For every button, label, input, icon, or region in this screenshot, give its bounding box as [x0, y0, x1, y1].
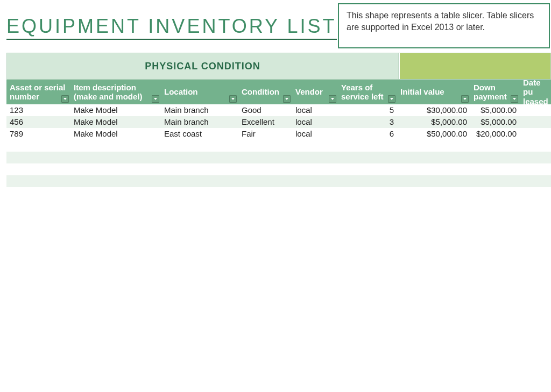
col-header-date-label: Date pu leased — [523, 80, 548, 104]
filter-button-initial-value[interactable] — [461, 95, 469, 103]
cell-down-payment: $5,000.00 — [470, 116, 520, 128]
col-header-date: Date pu leased — [520, 80, 551, 104]
filter-button-condition[interactable] — [283, 95, 291, 103]
cell-condition: Fair — [238, 128, 292, 140]
cell-description: Make Model — [70, 128, 161, 140]
cell-location: Main branch — [161, 116, 238, 128]
section-bar: PHYSICAL CONDITION — [6, 53, 551, 80]
cell-description: Make Model — [70, 116, 161, 128]
cell-location: East coast — [161, 128, 238, 140]
col-header-description: Item description (make and model) — [70, 80, 161, 104]
cell-vendor: local — [292, 128, 338, 140]
cell-years: 5 — [338, 104, 397, 116]
cell-asset: 123 — [6, 104, 70, 116]
title-underline — [6, 39, 337, 40]
table-header-row: Asset or serial number Item description … — [6, 80, 551, 104]
cell-initial-value: $50,000.00 — [397, 128, 470, 140]
empty-row-shaded — [6, 152, 551, 163]
col-header-condition: Condition — [238, 80, 292, 104]
cell-date — [520, 128, 551, 140]
section-right-band — [399, 53, 550, 79]
empty-row-shaded — [6, 175, 551, 187]
filter-button-years[interactable] — [388, 95, 395, 103]
empty-row — [6, 163, 551, 175]
col-header-description-label: Item description (make and model) — [74, 83, 143, 102]
filter-button-location[interactable] — [229, 95, 237, 103]
filter-button-down-payment[interactable] — [511, 95, 518, 103]
col-header-initial-value-label: Initial value — [400, 87, 444, 96]
table-row[interactable]: 123 Make Model Main branch Good local 5 … — [6, 104, 551, 116]
col-header-location-label: Location — [164, 87, 198, 96]
col-header-years: Years of service left — [338, 80, 397, 104]
filter-button-description[interactable] — [152, 95, 159, 103]
col-header-asset-label: Asset or serial number — [10, 83, 65, 102]
cell-condition: Excellent — [238, 116, 292, 128]
col-header-vendor-label: Vendor — [295, 87, 323, 96]
table-row[interactable]: 789 Make Model East coast Fair local 6 $… — [6, 128, 551, 140]
col-header-down-payment: Down payment — [470, 80, 520, 104]
filter-button-asset[interactable] — [61, 95, 69, 103]
cell-down-payment: $5,000.00 — [470, 104, 520, 116]
cell-asset: 789 — [6, 128, 70, 140]
section-physical-condition: PHYSICAL CONDITION — [7, 53, 399, 79]
cell-years: 3 — [338, 116, 397, 128]
col-header-asset: Asset or serial number — [6, 80, 70, 104]
cell-initial-value: $30,000.00 — [397, 104, 470, 116]
filter-button-vendor[interactable] — [329, 95, 336, 103]
cell-vendor: local — [292, 104, 338, 116]
table-body: 123 Make Model Main branch Good local 5 … — [6, 104, 551, 187]
cell-down-payment: $20,000.00 — [470, 128, 520, 140]
cell-condition: Good — [238, 104, 292, 116]
col-header-years-label: Years of service left — [341, 83, 383, 102]
col-header-vendor: Vendor — [292, 80, 338, 104]
cell-asset: 456 — [6, 116, 70, 128]
cell-years: 6 — [338, 128, 397, 140]
col-header-down-payment-label: Down payment — [474, 83, 507, 102]
table-row[interactable]: 456 Make Model Main branch Excellent loc… — [6, 116, 551, 128]
cell-vendor: local — [292, 116, 338, 128]
col-header-condition-label: Condition — [242, 87, 279, 96]
col-header-initial-value: Initial value — [397, 80, 470, 104]
page-title: EQUIPMENT INVENTORY LIST — [6, 15, 336, 38]
empty-row — [6, 140, 551, 152]
slicer-placeholder: This shape represents a table slicer. Ta… — [338, 3, 550, 48]
cell-initial-value: $5,000.00 — [397, 116, 470, 128]
cell-description: Make Model — [70, 104, 161, 116]
cell-location: Main branch — [161, 104, 238, 116]
col-header-location: Location — [161, 80, 238, 104]
cell-date — [520, 116, 551, 128]
cell-date — [520, 104, 551, 116]
